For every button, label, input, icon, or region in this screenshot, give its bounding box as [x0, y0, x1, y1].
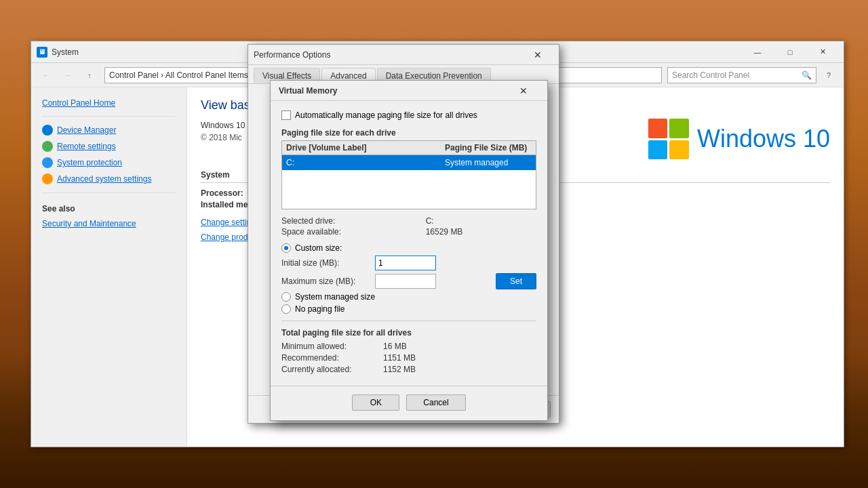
- virtual-memory-dialog: Virtual Memory ✕ Automatically manage pa…: [270, 80, 548, 421]
- system-title-icon: 🖥: [37, 47, 47, 58]
- remote-settings-label: Remote settings: [57, 142, 116, 151]
- maximum-size-input[interactable]: [375, 274, 436, 289]
- total-section-title: Total paging file size for all drives: [281, 328, 536, 338]
- help-button[interactable]: ?: [819, 66, 838, 85]
- initial-size-row: Initial size (MB):: [281, 256, 536, 270]
- vm-table-row[interactable]: C: System managed: [282, 155, 536, 170]
- back-button[interactable]: ←: [37, 66, 56, 85]
- minimize-button[interactable]: —: [742, 41, 773, 63]
- logo-pane-blue: [648, 140, 668, 160]
- perf-title: Performance Options: [254, 50, 522, 60]
- desktop: 🖥 System — □ ✕ ← → ↑ Control Panel › All…: [0, 0, 868, 488]
- vm-dialog-buttons: OK Cancel: [271, 386, 547, 420]
- table-header-size: Paging File Size (MB): [441, 141, 536, 155]
- system-managed-label: System managed size: [295, 292, 375, 302]
- maximum-size-row: Maximum size (MB): Set: [281, 273, 536, 289]
- drive-info: Selected drive: C: Space available: 1652…: [281, 216, 536, 237]
- paging-file-section: Paging file size for each drive: [281, 128, 536, 138]
- vm-table-body[interactable]: C: System managed: [281, 155, 536, 209]
- no-paging-row: No paging file: [281, 304, 536, 314]
- sidebar-divider: [42, 116, 176, 117]
- vm-cancel-button[interactable]: Cancel: [406, 394, 465, 411]
- custom-size-label: Custom size:: [295, 243, 342, 253]
- set-button[interactable]: Set: [496, 273, 536, 289]
- system-managed-radio[interactable]: [281, 292, 291, 302]
- vm-divider: [281, 321, 536, 321]
- logo-pane-red: [648, 119, 668, 138]
- no-paging-label: No paging file: [295, 304, 344, 314]
- initial-size-input[interactable]: [375, 256, 436, 270]
- search-icon: 🔍: [802, 70, 812, 80]
- vm-ok-button[interactable]: OK: [352, 394, 399, 411]
- logo-pane-green: [669, 119, 689, 138]
- initial-size-label: Initial size (MB):: [281, 258, 370, 268]
- sidebar-divider-2: [42, 192, 176, 193]
- currently-allocated-label: Currently allocated:: [281, 365, 383, 374]
- selected-drive-value: C:: [426, 216, 536, 226]
- perf-titlebar: Performance Options ✕: [248, 45, 559, 65]
- minimum-allowed-value: 16 MB: [383, 342, 407, 351]
- device-manager-label: Device Manager: [57, 125, 116, 135]
- drive-cell: C:: [282, 155, 441, 170]
- advanced-settings-icon: [42, 174, 53, 184]
- system-window-controls: — □ ✕: [742, 41, 838, 63]
- vm-table-header: Drive [Volume Label] Paging File Size (M…: [281, 140, 536, 155]
- remote-settings-icon: [42, 141, 53, 152]
- perf-close-button[interactable]: ✕: [522, 45, 553, 65]
- minimum-allowed-row: Minimum allowed: 16 MB: [281, 342, 536, 351]
- minimum-allowed-label: Minimum allowed:: [281, 342, 383, 351]
- auto-manage-row: Automatically manage paging file size fo…: [281, 110, 536, 120]
- vm-titlebar: Virtual Memory ✕: [271, 81, 547, 101]
- sidebar-item-remote-settings[interactable]: Remote settings: [31, 138, 186, 155]
- windows-text: Windows 10: [697, 125, 830, 153]
- vm-close-button[interactable]: ✕: [508, 81, 539, 101]
- sidebar-item-system-protection[interactable]: System protection: [31, 155, 186, 171]
- size-cell: System managed: [441, 155, 536, 170]
- space-available-label: Space available:: [281, 227, 415, 237]
- recommended-row: Recommended: 1151 MB: [281, 353, 536, 363]
- total-paging-section: Total paging file size for all drives Mi…: [281, 328, 536, 374]
- vm-radio-group: Custom size: Initial size (MB): Maximum …: [281, 243, 536, 314]
- recommended-label: Recommended:: [281, 353, 383, 363]
- vm-title: Virtual Memory: [279, 86, 508, 96]
- system-protection-icon: [42, 157, 53, 168]
- auto-manage-checkbox[interactable]: [281, 110, 291, 120]
- custom-size-row: Custom size:: [281, 243, 536, 253]
- selected-drive-label: Selected drive:: [281, 216, 415, 226]
- up-button[interactable]: ↑: [80, 66, 99, 85]
- advanced-settings-label: Advanced system settings: [57, 174, 151, 184]
- security-maintenance-label: Security and Maintenance: [42, 219, 136, 228]
- currently-allocated-row: Currently allocated: 1152 MB: [281, 365, 536, 374]
- close-button[interactable]: ✕: [807, 41, 838, 63]
- device-manager-icon: [42, 125, 53, 136]
- sidebar-item-device-manager[interactable]: Device Manager: [31, 122, 186, 138]
- maximum-size-label: Maximum size (MB):: [281, 277, 370, 286]
- sidebar: Control Panel Home Device Manager Remote…: [31, 87, 187, 447]
- search-placeholder: Search Control Panel: [672, 70, 749, 80]
- custom-size-radio[interactable]: [281, 243, 291, 253]
- sidebar-item-control-panel-home[interactable]: Control Panel Home: [31, 96, 186, 110]
- windows-logo: [648, 119, 689, 159]
- sidebar-item-security-maintenance[interactable]: Security and Maintenance: [31, 216, 186, 231]
- recommended-value: 1151 MB: [383, 353, 416, 363]
- vm-content: Automatically manage paging file size fo…: [271, 101, 547, 386]
- maximize-button[interactable]: □: [774, 41, 806, 63]
- forward-button[interactable]: →: [58, 66, 77, 85]
- windows-logo-area: Windows 10: [648, 119, 830, 159]
- system-managed-row: System managed size: [281, 292, 536, 302]
- control-panel-home-label: Control Panel Home: [42, 98, 115, 108]
- see-also-label: See also: [31, 199, 186, 216]
- table-header-drive: Drive [Volume Label]: [282, 141, 441, 155]
- no-paging-radio[interactable]: [281, 304, 291, 314]
- auto-manage-label: Automatically manage paging file size fo…: [295, 110, 477, 120]
- currently-allocated-value: 1152 MB: [383, 365, 416, 374]
- space-available-value: 16529 MB: [426, 227, 536, 237]
- sidebar-item-advanced-system-settings[interactable]: Advanced system settings: [31, 171, 186, 187]
- logo-pane-yellow: [669, 140, 689, 160]
- system-protection-label: System protection: [57, 158, 122, 167]
- search-box[interactable]: Search Control Panel 🔍: [667, 67, 816, 83]
